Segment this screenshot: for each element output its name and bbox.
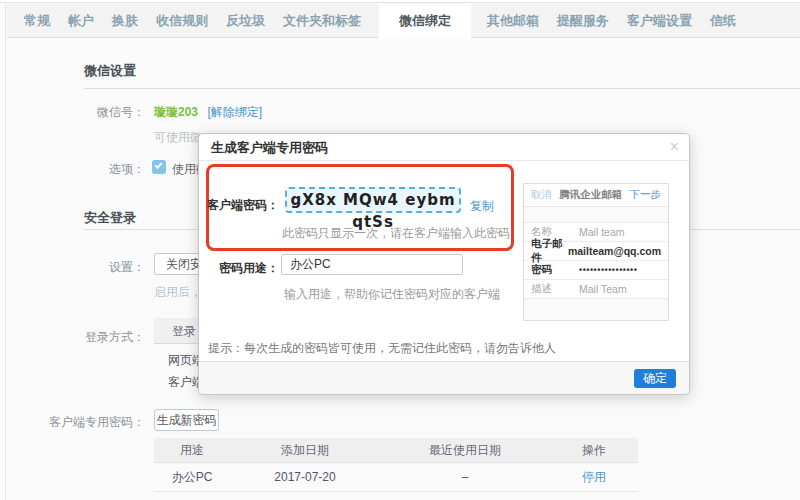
dialog-title: 生成客户端专用密码 (199, 134, 689, 161)
check-icon (155, 161, 163, 169)
confirm-button[interactable]: 确定 (634, 369, 676, 388)
section-divider (84, 88, 800, 89)
wechat-id-value: 璇璇203 (154, 105, 198, 119)
preview-row-password: 密码 •••••••••••••••• (524, 261, 668, 280)
tab-stationery[interactable]: 信纸 (710, 4, 736, 37)
generate-password-dialog: 生成客户端专用密码 × 客户端密码： gX8x MQw4 eybm qtSs 复… (198, 133, 690, 395)
tab-client-settings[interactable]: 客户端设置 (627, 4, 692, 37)
preview-password-label: 密码 (531, 263, 579, 277)
security-enabled-hint: 启用后， (154, 284, 202, 301)
wechat-id-row: 璇璇203 [解除绑定] (154, 104, 262, 121)
password-once-hint: 此密码只显示一次，请在客户端输入此密码 (282, 225, 510, 242)
preview-password-value: •••••••••••••••• (579, 265, 637, 275)
preview-row-description: 描述 Mail Team (524, 280, 668, 299)
preview-row-email: 电子邮件 mailteam@qq.com (524, 242, 668, 261)
unbind-link[interactable]: [解除绑定] (207, 105, 262, 119)
preview-spacer (524, 207, 668, 223)
tab-reminder-service[interactable]: 提醒服务 (557, 4, 609, 37)
preview-header: 取消 腾讯企业邮箱 下一步 (524, 184, 668, 207)
dialog-tip-text: 提示：每次生成的密码皆可使用，无需记住此密码，请勿告诉他人 (208, 340, 556, 357)
copy-password-link[interactable]: 复制 (470, 198, 494, 215)
preview-email-value: mailteam@qq.com (568, 245, 661, 257)
tab-mail-rules[interactable]: 收信规则 (156, 4, 208, 37)
login-method-label: 登录方式： (0, 329, 145, 346)
preview-title: 腾讯企业邮箱 (559, 188, 622, 202)
disable-password-link[interactable]: 停用 (550, 463, 638, 491)
preview-email-label: 电子邮件 (531, 237, 568, 265)
tab-general[interactable]: 常规 (24, 4, 50, 37)
wechat-id-label: 微信号： (0, 104, 145, 121)
window-top-border (0, 0, 800, 3)
tab-anti-spam[interactable]: 反垃圾 (226, 4, 265, 37)
settings-tabbar: 常规 帐户 换肤 收信规则 反垃圾 文件夹和标签 微信绑定 其他邮箱 提醒服务 … (7, 4, 800, 38)
preview-description-label: 描述 (531, 282, 579, 296)
col-date-added: 添加日期 (230, 438, 380, 462)
tab-accounts[interactable]: 帐户 (68, 4, 94, 37)
close-icon[interactable]: × (670, 138, 679, 156)
wechat-hint-text: 可使用微 (154, 129, 202, 146)
tab-folders-labels[interactable]: 文件夹和标签 (283, 4, 361, 37)
preview-description-value: Mail Team (579, 283, 627, 295)
mail-client-preview: 取消 腾讯企业邮箱 下一步 名称 Mail team 电子邮件 mailteam… (523, 183, 669, 321)
client-password-field-label: 客户端密码： (199, 197, 279, 214)
mail-settings-page: 常规 帐户 换肤 收信规则 反垃圾 文件夹和标签 微信绑定 其他邮箱 提醒服务 … (0, 0, 800, 500)
tab-skin[interactable]: 换肤 (112, 4, 138, 37)
table-header-row: 用途 添加日期 最近使用日期 操作 (154, 438, 638, 463)
dialog-footer: 确定 (199, 361, 689, 394)
client-passwords-table: 用途 添加日期 最近使用日期 操作 办公PC 2017-07-20 – 停用 (154, 438, 638, 492)
purpose-field-label: 密码用途： (199, 260, 279, 277)
window-left-border (0, 3, 6, 500)
cell-last-used: – (380, 463, 550, 491)
client-password-label: 客户端专用密码： (0, 414, 145, 431)
preview-name-value: Mail team (579, 226, 625, 238)
tab-wechat-binding[interactable]: 微信绑定 (379, 4, 471, 39)
section-title-security-login: 安全登录 (84, 209, 136, 227)
section-title-wechat-settings: 微信设置 (84, 62, 136, 80)
generated-password-box[interactable]: gX8x MQw4 eybm qtSs (285, 187, 461, 213)
preview-next-label: 下一步 (630, 188, 662, 202)
options-checkbox[interactable] (152, 160, 166, 174)
security-setting-label: 设置： (0, 259, 145, 276)
table-row: 办公PC 2017-07-20 – 停用 (154, 463, 638, 492)
col-action: 操作 (550, 438, 638, 462)
generate-password-button[interactable]: 生成新密码 (154, 409, 219, 431)
col-last-used: 最近使用日期 (380, 438, 550, 462)
cell-purpose: 办公PC (154, 463, 230, 491)
tab-other-mailboxes[interactable]: 其他邮箱 (487, 4, 539, 37)
dialog-header: 生成客户端专用密码 × (199, 134, 689, 161)
options-label: 选项： (0, 161, 145, 178)
cell-date-added: 2017-07-20 (230, 463, 380, 491)
preview-cancel-label: 取消 (531, 188, 552, 202)
purpose-hint: 输入用途，帮助你记住密码对应的客户端 (284, 286, 500, 303)
col-purpose: 用途 (154, 438, 230, 462)
purpose-input[interactable] (281, 254, 463, 275)
